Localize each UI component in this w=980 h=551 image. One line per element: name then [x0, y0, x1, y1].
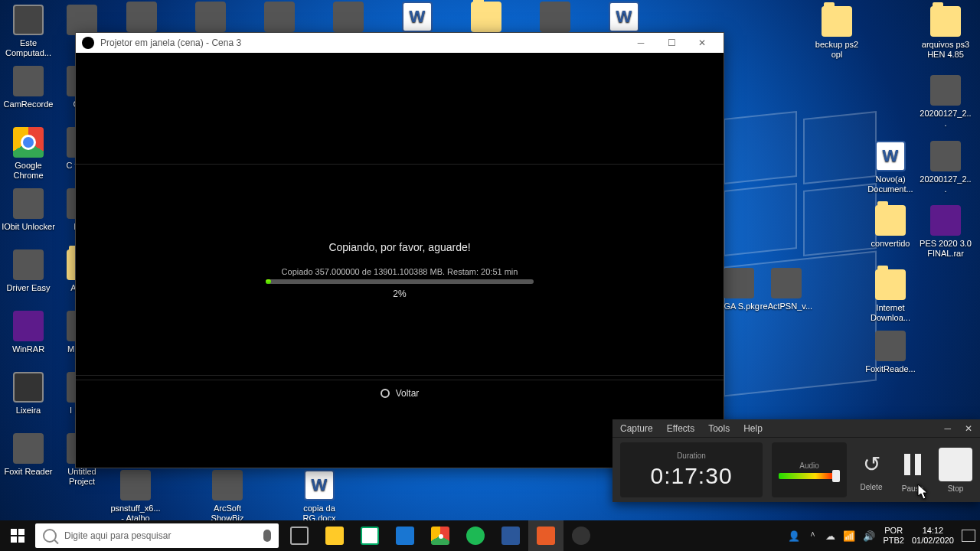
- tray-onedrive-icon[interactable]: ☁: [825, 530, 835, 542]
- desktop-icon-label: WinRAR: [12, 344, 44, 354]
- desktop-icon-label: Untitled Project: [55, 467, 109, 487]
- pause-icon: [896, 448, 929, 481]
- stop-label: Stop: [948, 484, 964, 493]
- file-icon: [402, 2, 433, 32]
- file-icon: [13, 311, 44, 341]
- desktop-icon-label: arquivos ps3 HEN 4.85: [919, 40, 972, 60]
- copy-progress-panel: Copiando, por favor, aguarde! Copiado 35…: [76, 164, 724, 376]
- desktop-icon-label: Este Computad...: [2, 38, 55, 58]
- desktop-icon[interactable]: [390, 2, 444, 35]
- desktop-icon[interactable]: Lixeira: [2, 372, 55, 416]
- start-button[interactable]: [0, 520, 35, 551]
- desktop-icon[interactable]: IObit Unlocker: [2, 188, 55, 232]
- minimize-button[interactable]: ─: [626, 33, 656, 53]
- desktop-icon[interactable]: [528, 2, 582, 35]
- desktop-icon[interactable]: Driver Easy: [2, 249, 55, 293]
- taskbar-spotify[interactable]: [458, 520, 493, 551]
- tray-network-icon[interactable]: 📶: [843, 530, 855, 542]
- taskbar-search[interactable]: Digite aqui para pesquisar: [35, 523, 279, 548]
- desktop-icon[interactable]: [184, 2, 237, 35]
- undo-icon: [856, 449, 887, 480]
- taskbar-camtasia[interactable]: [528, 520, 564, 551]
- taskbar-word[interactable]: [493, 520, 528, 551]
- recorder-close-button[interactable]: ✕: [965, 423, 972, 434]
- back-label: Voltar: [396, 388, 420, 399]
- file-icon: [13, 127, 44, 158]
- desktop-icon[interactable]: [115, 2, 168, 35]
- obs-icon: [82, 37, 94, 49]
- desktop-icon-label: EGA S.pkg: [718, 302, 760, 311]
- desktop-icon[interactable]: [253, 2, 306, 35]
- file-icon: [875, 141, 906, 171]
- delete-label: Delete: [861, 483, 883, 491]
- back-row[interactable]: Voltar: [76, 380, 724, 399]
- duration-label: Duration: [677, 452, 706, 460]
- tray-language[interactable]: POR PTB2: [883, 526, 904, 546]
- tray-volume-icon[interactable]: 🔊: [863, 530, 875, 542]
- obs-content: Copiando, por favor, aguarde! Copiado 35…: [76, 53, 724, 468]
- desktop-icon[interactable]: Internet Downloa...: [864, 269, 917, 323]
- desktop-icon[interactable]: PES 2020 3.0 FINAL.rar: [919, 205, 972, 259]
- desktop-icon[interactable]: Este Computad...: [2, 5, 55, 58]
- menu-tools[interactable]: Tools: [708, 423, 730, 434]
- desktop-icon[interactable]: Foxit Reader: [2, 433, 55, 477]
- search-placeholder: Digite aqui para pesquisar: [64, 530, 171, 541]
- task-view-button[interactable]: [282, 520, 317, 551]
- desktop-icon[interactable]: beckup ps2 opl: [810, 6, 864, 60]
- desktop-icon-label: Novo(a) Document...: [864, 174, 917, 194]
- duration-value: 0:17:30: [650, 463, 732, 489]
- desktop-icon[interactable]: 20200127_2...: [919, 75, 972, 129]
- tray-chevron-up-icon[interactable]: ＾: [808, 529, 818, 543]
- desktop-icon[interactable]: ArcSoft ShowBiz: [201, 470, 254, 523]
- file-icon: [13, 433, 44, 464]
- taskbar-chrome[interactable]: [423, 520, 458, 551]
- search-icon: [43, 529, 57, 543]
- stop-icon: [939, 448, 972, 481]
- obs-projector-window: Projetor em janela (cena) - Cena 3 ─ ☐ ✕…: [75, 32, 724, 468]
- tray-people-icon[interactable]: 👤: [788, 530, 800, 542]
- taskbar-store[interactable]: [352, 520, 387, 551]
- taskbar-obs[interactable]: [564, 520, 599, 551]
- recorder-minimize-button[interactable]: ─: [944, 423, 951, 434]
- action-center-icon[interactable]: [962, 530, 975, 542]
- desktop-icon[interactable]: convertido: [864, 205, 917, 249]
- audio-meter[interactable]: [779, 473, 840, 479]
- tray-clock[interactable]: 14:12 01/02/2020: [912, 526, 954, 546]
- close-button[interactable]: ✕: [687, 33, 717, 53]
- copy-progress-bar: [266, 279, 534, 284]
- taskbar-explorer[interactable]: [317, 520, 352, 551]
- taskbar-mail[interactable]: [387, 520, 423, 551]
- pause-button[interactable]: Pause: [896, 448, 929, 493]
- maximize-button[interactable]: ☐: [656, 33, 687, 53]
- menu-capture[interactable]: Capture: [620, 423, 653, 434]
- file-icon: [609, 2, 639, 32]
- microphone-icon[interactable]: [263, 530, 271, 542]
- file-icon: [540, 2, 570, 32]
- desktop-icon[interactable]: WinRAR: [2, 311, 55, 354]
- desktop-icon[interactable]: reActPSN_v...: [760, 268, 813, 311]
- obs-titlebar[interactable]: Projetor em janela (cena) - Cena 3 ─ ☐ ✕: [76, 33, 724, 53]
- desktop-icon[interactable]: [322, 2, 375, 35]
- desktop-icon[interactable]: CamRecorde: [2, 66, 55, 109]
- delete-button[interactable]: Delete: [856, 449, 887, 491]
- menu-effects[interactable]: Effects: [667, 423, 694, 434]
- file-icon: [875, 269, 906, 300]
- circle-icon: [381, 389, 390, 398]
- desktop-icon[interactable]: FoxitReade...: [864, 331, 917, 374]
- desktop-icon-label: convertido: [871, 239, 910, 249]
- file-icon: [13, 188, 44, 219]
- desktop-icon[interactable]: [597, 2, 651, 35]
- desktop-icon[interactable]: Novo(a) Document...: [864, 141, 917, 194]
- desktop-icon[interactable]: copia da RG.docx: [292, 470, 346, 523]
- lang-top: POR: [883, 526, 904, 536]
- desktop-icon[interactable]: arquivos ps3 HEN 4.85: [919, 6, 972, 60]
- menu-help[interactable]: Help: [743, 423, 763, 434]
- desktop-icon-label: Driver Easy: [7, 283, 51, 293]
- file-icon: [13, 66, 44, 96]
- desktop-icon[interactable]: psnstuff_x6... - Atalho: [109, 470, 162, 523]
- desktop-icon[interactable]: [459, 2, 513, 35]
- desktop-icon[interactable]: Google Chrome: [2, 127, 55, 181]
- stop-button[interactable]: Stop: [939, 448, 972, 493]
- desktop-icon[interactable]: 20200127_2...: [919, 141, 972, 194]
- file-icon: [13, 249, 44, 280]
